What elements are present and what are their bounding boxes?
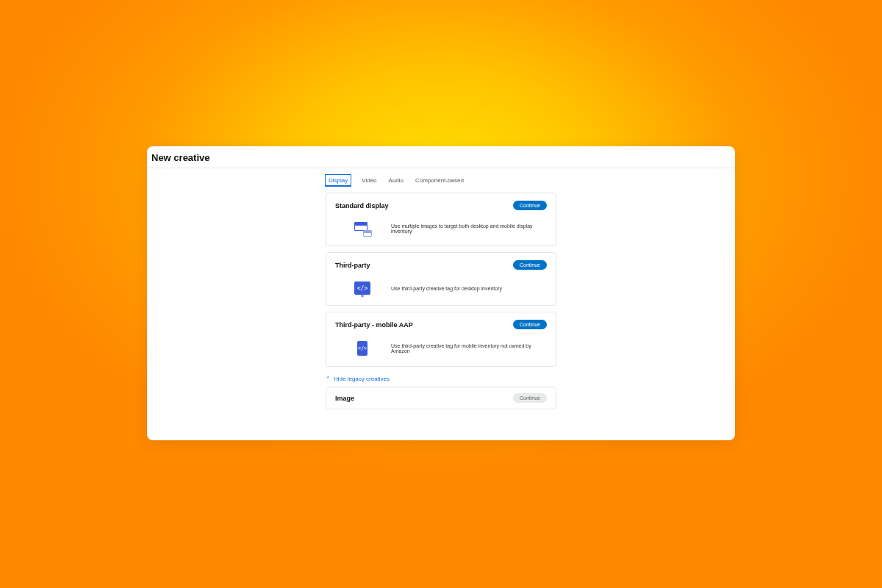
window-header: New creative <box>147 146 735 168</box>
new-creative-window: New creative Display Video Audio Compone… <box>147 146 735 440</box>
card-title: Image <box>335 395 354 402</box>
card-body: </> Use third-party creative tag for mob… <box>335 341 547 356</box>
hide-legacy-toggle[interactable]: ⌃ Hide legacy creatives <box>326 376 556 382</box>
continue-button-disabled[interactable]: Continue <box>513 393 547 403</box>
tabs: Display Video Audio Component-based <box>325 174 556 187</box>
tab-video[interactable]: Video <box>360 174 378 187</box>
tab-display[interactable]: Display <box>325 174 351 187</box>
card-third-party: Third-party Continue </> Use third-party… <box>326 252 556 306</box>
continue-button[interactable]: Continue <box>513 320 547 329</box>
content: Display Video Audio Component-based Stan… <box>147 168 735 409</box>
card-body: </> Use third-party creative tag for des… <box>335 282 547 295</box>
card-title: Third-party - mobile AAP <box>335 321 413 329</box>
card-title: Standard display <box>335 202 389 209</box>
legacy-toggle-label: Hide legacy creatives <box>334 376 390 382</box>
code-icon: </> <box>353 282 372 295</box>
card-header: Image Continue <box>335 393 547 403</box>
card-title: Third-party <box>335 262 370 269</box>
card-description: Use third-party creative tag for desktop… <box>391 286 502 291</box>
mobile-code-icon: </> <box>353 341 372 356</box>
card-standard-display: Standard display Continue Use multiple i… <box>326 193 556 246</box>
continue-button[interactable]: Continue <box>513 201 547 210</box>
card-description: Use multiple images to target both deskt… <box>391 223 547 234</box>
card-header: Standard display Continue <box>335 201 547 210</box>
card-body: Use multiple images to target both deskt… <box>335 222 547 235</box>
display-icon <box>353 222 372 235</box>
card-image-legacy: Image Continue <box>326 387 556 409</box>
tab-component-based[interactable]: Component-based <box>414 174 465 187</box>
chevron-up-icon: ⌃ <box>326 376 331 382</box>
card-description: Use third-party creative tag for mobile … <box>391 343 547 354</box>
tab-audio[interactable]: Audio <box>387 174 405 187</box>
card-third-party-mobile-aap: Third-party - mobile AAP Continue </> Us… <box>326 312 556 367</box>
card-header: Third-party Continue <box>335 260 547 270</box>
page-title: New creative <box>151 152 731 163</box>
card-header: Third-party - mobile AAP Continue <box>335 320 547 329</box>
continue-button[interactable]: Continue <box>513 260 547 270</box>
